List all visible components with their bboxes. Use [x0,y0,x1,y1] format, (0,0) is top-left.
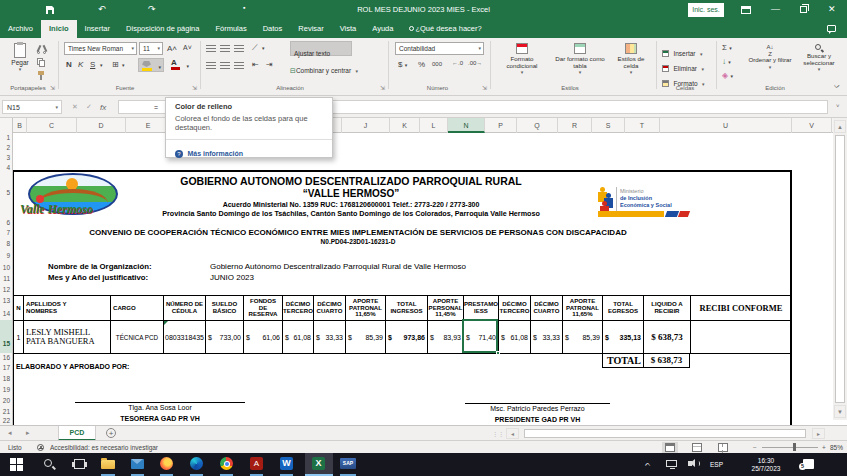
tab-ayuda[interactable]: Ayuda [364,20,401,38]
col-header[interactable]: T [625,118,660,133]
format-painter-icon[interactable] [37,71,46,80]
formula-expand-icon[interactable]: ˅ [836,103,840,109]
adobe-icon[interactable]: A [250,457,263,470]
orientation-caret-icon[interactable]: ▾ [262,45,265,51]
notification-icon[interactable]: 5 [803,459,814,469]
align-left-icon[interactable] [206,62,216,69]
col-header[interactable]: C [27,118,77,133]
number-format-combo[interactable]: Contabilidad▾ [395,42,484,55]
row-header[interactable]: 1 [0,133,12,143]
vertical-scroll-thumb[interactable] [835,135,845,403]
row-header[interactable]: 5 [0,173,12,212]
file-explorer-icon[interactable] [101,460,115,469]
italic-button[interactable]: K [78,60,83,69]
mail-icon[interactable] [131,459,144,469]
row-header[interactable]: 8 [0,238,12,249]
align-middle-icon[interactable] [220,45,230,52]
tab-splitter[interactable]: ⋮⋮ [492,430,504,437]
col-header[interactable]: L [420,118,448,133]
sheet-prev-icon[interactable]: ◂ [8,429,12,437]
zoom-out-icon[interactable]: − [753,444,757,451]
format-cells-button[interactable]: Formato ▾ [662,72,705,84]
align-right-icon[interactable] [234,62,244,69]
cell-styles-button[interactable]: Estilos de celda▾ [610,43,652,76]
col-header[interactable]: Q [517,118,558,133]
name-box[interactable]: N15▾ [2,100,62,114]
row-header[interactable]: 3 [0,153,12,163]
collapse-ribbon-icon[interactable]: ᨆ [834,82,840,90]
zoom-level[interactable]: 85% [830,444,843,451]
edge-icon[interactable] [190,457,203,470]
align-bottom-icon[interactable] [234,45,244,52]
clipboard-launcher-icon[interactable]: ⇲ [50,84,55,91]
currency-icon[interactable]: $ ▾ [398,60,407,69]
col-header-selected[interactable]: N [448,118,485,133]
restore-icon[interactable] [800,6,807,13]
col-header[interactable]: K [390,118,420,133]
select-all-corner[interactable] [0,118,13,133]
font-size-combo[interactable]: 11▾ [139,42,163,55]
status-accessibility[interactable]: Accesibilidad: es necesario investigar [50,444,158,451]
font-color-button[interactable]: A ▾ [168,58,190,72]
hscroll-right-icon[interactable]: ▸ [812,428,825,439]
insert-cells-button[interactable]: Insertar ▾ [662,42,702,54]
network-icon[interactable] [666,460,677,467]
tab-vista[interactable]: Vista [332,20,365,38]
paste-button[interactable]: Pegar ▾ [8,42,32,80]
find-select-button[interactable]: Buscar y seleccionar▾ [796,44,842,73]
view-page-layout-icon[interactable] [692,443,702,452]
row-header-selected[interactable]: 15 [0,320,12,353]
view-normal-button[interactable] [662,442,678,453]
cancel-icon[interactable]: ✕ [72,103,78,111]
copy-icon[interactable] [37,58,46,67]
col-header[interactable]: U [660,118,792,133]
wrap-text-button[interactable]: Ajustar texto [290,41,352,56]
tab-archivo[interactable]: Archivo [0,20,41,38]
row-header[interactable]: 16 [0,353,12,362]
sheet-next-icon[interactable]: ▸ [26,429,30,437]
zoom-in-icon[interactable]: + [822,444,826,451]
minimize-icon[interactable]: — [771,4,780,14]
sheet-canvas[interactable]: 1 2 3 4 5 6 7 8 9 10 11 12 13 14 15 16 1… [0,133,833,425]
col-header[interactable]: D [77,118,126,133]
underline-caret-icon[interactable]: ▾ [100,62,103,68]
thousands-icon[interactable]: 000 [432,61,442,67]
borders-caret-icon[interactable]: ▾ [122,62,125,68]
word-icon[interactable]: W [280,457,293,470]
orientation-icon[interactable]: ⟋ [252,43,258,53]
row-header[interactable]: 22 [0,417,12,425]
percent-icon[interactable]: % [418,60,425,69]
font-name-combo[interactable]: Times New Roman▾ [64,42,137,55]
underline-button[interactable]: S [90,60,95,69]
col-header[interactable]: R [558,118,592,133]
tab-inicio[interactable]: Inicio [41,20,77,38]
increase-font-icon[interactable]: A˄ [167,44,177,53]
conditional-format-button[interactable]: Formato condicional▾ [496,43,548,76]
row-header[interactable]: 19 [0,384,12,395]
row-header[interactable]: 17 [0,362,12,373]
volume-icon[interactable] [688,461,692,466]
number-launcher-icon[interactable]: ⇲ [482,84,487,91]
row-header[interactable]: 18 [0,373,12,384]
zoom-slider-thumb[interactable] [793,443,796,451]
col-header[interactable]: V [792,118,832,133]
tellme-box[interactable]: ¿Qué desea hacer? [401,20,489,38]
ribbon-display-icon[interactable] [741,6,751,14]
insert-function-icon[interactable]: fx [100,103,106,112]
sign-in-button[interactable]: Inic. ses. [688,3,724,17]
row-header[interactable]: 10 [0,262,12,273]
tooltip-link-row[interactable]: ? Más información [175,144,243,162]
row-header[interactable]: 14 [0,307,12,320]
tooltip-link[interactable]: Más información [187,150,243,157]
fill-color-button[interactable]: ▾ [138,58,164,72]
row-header[interactable]: 21 [0,406,12,417]
col-header[interactable]: B [13,118,27,133]
col-header[interactable]: S [592,118,625,133]
row-header[interactable]: 20 [0,395,12,406]
hscroll-left-icon[interactable]: ◂ [506,428,519,439]
task-view-icon[interactable] [74,459,85,469]
decrease-indent-icon[interactable]: ⇤ [252,60,259,69]
close-icon[interactable]: ✕ [828,4,836,14]
bold-button[interactable]: N [66,60,72,69]
zoom-slider-track[interactable] [762,447,818,448]
